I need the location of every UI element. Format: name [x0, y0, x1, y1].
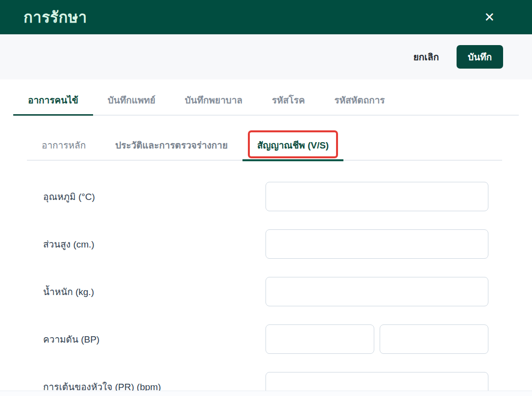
form-row-temperature: อุณหภูมิ (°C) — [43, 182, 488, 211]
height-input[interactable] — [266, 229, 488, 259]
dialog-header: การรักษา ✕ — [0, 0, 532, 34]
form-row-weight: น้ำหนัก (kg.) — [43, 277, 488, 306]
main-tabs: อาการคนไข้ บันทึกแพทย์ บันทึกพยาบาล รหัส… — [13, 79, 519, 116]
temperature-input[interactable] — [266, 182, 488, 211]
tab-doctor-note[interactable]: บันทึกแพทย์ — [93, 93, 170, 116]
subtab-vital-signs-label: สัญญาณชีพ (V/S) — [257, 140, 329, 150]
tab-nurse-note[interactable]: บันทึกพยาบาล — [170, 93, 257, 116]
subtab-chief-complaint[interactable]: อาการหลัก — [27, 138, 100, 161]
vital-signs-form: อุณหภูมิ (°C) ส่วนสูง (cm.) น้ำหนัก (kg.… — [0, 161, 532, 391]
pulse-rate-label: การเต้นของหัวใจ (PR) (bpm) — [43, 379, 266, 391]
dialog-title: การรักษา — [24, 5, 87, 29]
tab-patient-symptoms[interactable]: อาการคนไข้ — [13, 93, 93, 116]
tab-disease-code[interactable]: รหัสโรค — [257, 93, 319, 116]
save-button[interactable]: บันทึก — [457, 45, 503, 69]
close-icon[interactable]: ✕ — [483, 10, 496, 25]
action-toolbar: ยกเลิก บันทึก — [0, 34, 532, 79]
pulse-rate-input[interactable] — [266, 372, 488, 391]
form-row-height: ส่วนสูง (cm.) — [43, 229, 488, 259]
sub-tabs: อาการหลัก ประวัติและการตรวจร่างกาย สัญญา… — [27, 116, 502, 161]
subtab-vital-signs[interactable]: สัญญาณชีพ (V/S) — [242, 138, 343, 161]
form-row-pulse-rate: การเต้นของหัวใจ (PR) (bpm) — [43, 372, 488, 391]
dialog-content: อาการคนไข้ บันทึกแพทย์ บันทึกพยาบาล รหัส… — [0, 79, 532, 391]
temperature-label: อุณหภูมิ (°C) — [43, 189, 266, 204]
blood-pressure-diastolic-input[interactable] — [380, 324, 488, 354]
cancel-button[interactable]: ยกเลิก — [413, 50, 439, 64]
weight-input[interactable] — [266, 277, 488, 306]
clipped-scroll-edge — [0, 391, 532, 396]
blood-pressure-systolic-input[interactable] — [266, 324, 374, 354]
subtab-history-physical-exam[interactable]: ประวัติและการตรวจร่างกาย — [100, 138, 242, 161]
weight-label: น้ำหนัก (kg.) — [43, 284, 266, 299]
blood-pressure-label: ความดัน (BP) — [43, 332, 266, 346]
form-row-blood-pressure: ความดัน (BP) — [43, 324, 488, 354]
tab-procedure-code[interactable]: รหัสหัตถการ — [319, 93, 399, 116]
treatment-dialog: การรักษา ✕ ยกเลิก บันทึก อาการคนไข้ บันท… — [0, 0, 532, 396]
height-label: ส่วนสูง (cm.) — [43, 237, 266, 251]
